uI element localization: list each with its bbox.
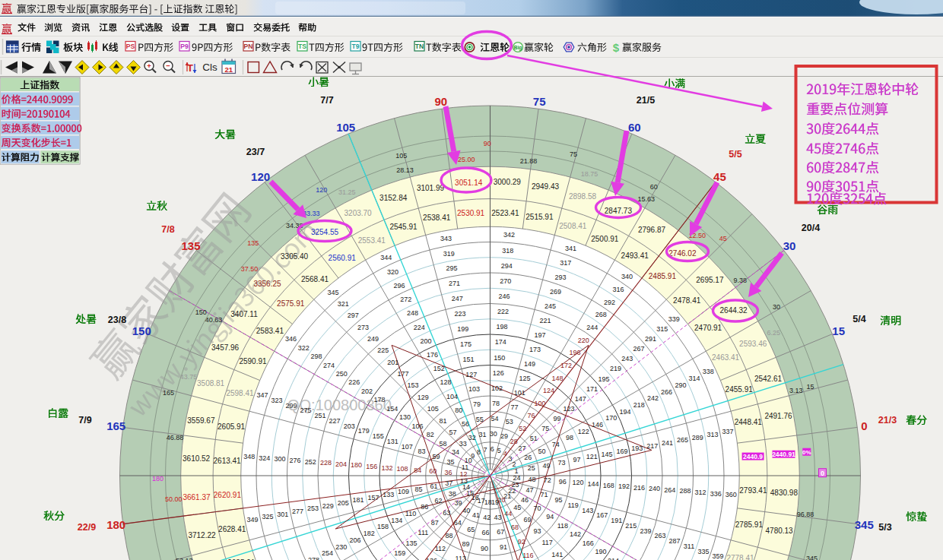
svg-text:59: 59 — [432, 453, 440, 460]
svg-text:229: 229 — [322, 502, 334, 510]
svg-text:31: 31 — [478, 431, 486, 438]
svg-text:102: 102 — [491, 384, 503, 392]
svg-text:2440.9: 2440.9 — [743, 453, 763, 460]
svg-text:339: 339 — [668, 315, 680, 323]
svg-text:276: 276 — [290, 457, 301, 464]
svg-text:92: 92 — [518, 538, 525, 546]
svg-text:107: 107 — [402, 443, 413, 451]
svg-text:215: 215 — [625, 522, 637, 530]
svg-text:230: 230 — [335, 543, 347, 551]
svg-text:23/7: 23/7 — [246, 147, 265, 157]
svg-text:46.88: 46.88 — [167, 434, 184, 441]
svg-text:266: 266 — [661, 388, 672, 396]
svg-text:247: 247 — [452, 295, 463, 302]
svg-text:108: 108 — [397, 465, 408, 473]
svg-text:252: 252 — [305, 458, 316, 466]
svg-text:153: 153 — [408, 381, 419, 389]
svg-text:274: 274 — [323, 362, 335, 369]
svg-text:131: 131 — [387, 438, 398, 445]
svg-text:201: 201 — [387, 359, 398, 366]
svg-text:246: 246 — [499, 293, 510, 300]
svg-text:Big: Big — [514, 45, 522, 51]
svg-text:265: 265 — [677, 436, 688, 444]
svg-text:2593.46: 2593.46 — [739, 340, 767, 348]
svg-text:72: 72 — [544, 476, 551, 484]
svg-text:296: 296 — [394, 282, 405, 289]
svg-text:46: 46 — [521, 496, 529, 504]
svg-text:21.88: 21.88 — [520, 157, 538, 165]
svg-text:181: 181 — [353, 496, 364, 504]
svg-text:65: 65 — [467, 526, 475, 533]
svg-text:0: 0 — [821, 470, 824, 477]
svg-text:75: 75 — [570, 150, 577, 158]
svg-text:176: 176 — [427, 351, 438, 359]
svg-text:42: 42 — [483, 514, 491, 521]
svg-text:89: 89 — [462, 540, 470, 548]
svg-text:2440.91: 2440.91 — [772, 451, 795, 458]
svg-text:15.63: 15.63 — [638, 195, 656, 203]
svg-text:26: 26 — [524, 454, 532, 461]
svg-text:269: 269 — [550, 288, 561, 296]
svg-text:2493.41: 2493.41 — [621, 252, 649, 260]
svg-text:297: 297 — [348, 312, 359, 319]
svg-text:TN: TN — [415, 43, 424, 50]
svg-text:53.13: 53.13 — [176, 557, 193, 560]
svg-text:275: 275 — [300, 407, 312, 414]
svg-text:35: 35 — [446, 458, 454, 466]
svg-text:2455.91: 2455.91 — [726, 385, 754, 394]
svg-text:245: 245 — [545, 302, 556, 310]
svg-text:3559.67: 3559.67 — [187, 416, 215, 425]
svg-text:206: 206 — [350, 536, 361, 544]
svg-text:101: 101 — [514, 389, 525, 397]
svg-text:126: 126 — [493, 369, 504, 377]
svg-text:316: 316 — [613, 286, 624, 293]
svg-text:30: 30 — [773, 303, 780, 311]
svg-text:0%: 0% — [802, 449, 811, 456]
svg-text:146: 146 — [592, 421, 603, 429]
svg-text:159: 159 — [394, 549, 405, 557]
svg-text:96.88: 96.88 — [797, 511, 814, 518]
svg-text:83: 83 — [418, 448, 425, 455]
svg-text:216: 216 — [633, 484, 645, 492]
svg-text:2778.41: 2778.41 — [726, 554, 754, 560]
svg-text:319: 319 — [443, 250, 455, 258]
svg-text:221: 221 — [539, 317, 551, 324]
svg-text:2530.91: 2530.91 — [457, 209, 485, 217]
svg-text:148: 148 — [551, 375, 563, 382]
svg-text:3: 3 — [509, 455, 513, 463]
svg-text:225: 225 — [377, 346, 389, 354]
svg-text:264: 264 — [664, 486, 675, 494]
svg-text:50.00: 50.00 — [165, 495, 183, 503]
svg-text:199: 199 — [457, 325, 468, 333]
svg-text:36: 36 — [444, 469, 452, 476]
svg-text:190: 190 — [595, 548, 606, 555]
svg-text:66: 66 — [482, 529, 490, 536]
svg-text:124: 124 — [543, 387, 554, 394]
svg-text:118: 118 — [557, 522, 568, 530]
svg-text:311: 311 — [684, 543, 694, 550]
svg-text:3661.37: 3661.37 — [183, 493, 211, 501]
svg-text:298: 298 — [310, 353, 322, 360]
svg-text:80: 80 — [455, 407, 462, 414]
svg-text:37: 37 — [445, 479, 452, 487]
svg-text:52: 52 — [519, 425, 526, 432]
svg-text:174: 174 — [495, 338, 506, 346]
svg-text:76: 76 — [528, 412, 535, 419]
svg-text:21/3: 21/3 — [878, 415, 897, 426]
svg-text:18.75: 18.75 — [581, 170, 599, 178]
svg-text:99: 99 — [554, 415, 561, 422]
svg-text:180: 180 — [351, 461, 362, 469]
svg-text:106: 106 — [412, 422, 424, 430]
svg-text:3.13: 3.13 — [789, 387, 803, 394]
svg-text:2515.91: 2515.91 — [525, 213, 554, 221]
svg-text:263: 263 — [654, 532, 665, 539]
svg-text:96: 96 — [559, 478, 567, 486]
svg-text:317: 317 — [560, 259, 571, 267]
svg-text:337: 337 — [722, 428, 733, 435]
svg-text:2746.02: 2746.02 — [668, 249, 697, 258]
svg-text:338: 338 — [703, 368, 714, 375]
svg-text:2847.73: 2847.73 — [605, 207, 633, 215]
svg-text:2628.41: 2628.41 — [218, 525, 246, 533]
svg-text:39: 39 — [454, 499, 462, 507]
svg-text:87: 87 — [431, 519, 439, 527]
